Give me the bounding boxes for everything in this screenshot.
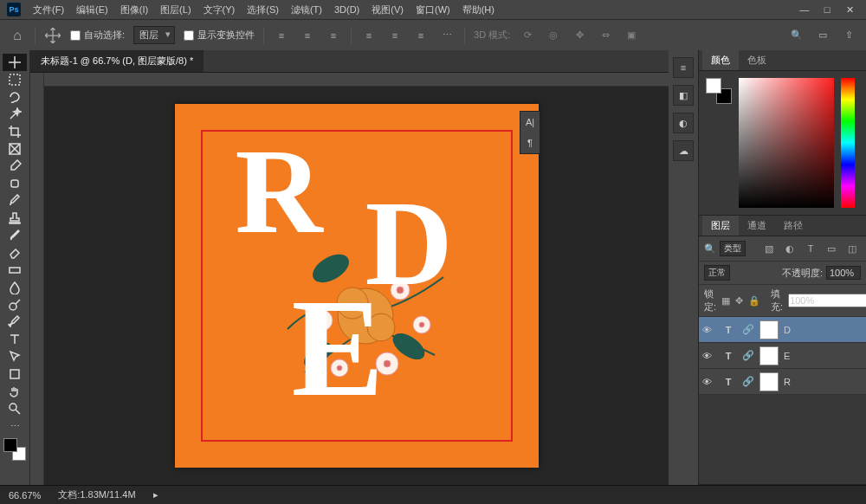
menu-view[interactable]: 视图(V): [366, 2, 409, 18]
layer-mask-thumb[interactable]: [759, 372, 779, 391]
tab-color[interactable]: 颜色: [702, 50, 739, 70]
libraries-icon[interactable]: ☁: [673, 140, 694, 161]
document-tab[interactable]: 未标题-1 @ 66.7% (D, 图层蒙版/8) *: [30, 50, 204, 72]
layer-name[interactable]: E: [784, 351, 790, 361]
filter-type-icon[interactable]: T: [802, 240, 819, 257]
gradient-tool[interactable]: [3, 262, 27, 279]
show-transform-checkbox[interactable]: 显示变换控件: [184, 29, 255, 42]
edit-toolbar[interactable]: ⋯: [3, 417, 27, 435]
layer-name[interactable]: R: [784, 377, 791, 387]
healing-tool[interactable]: [3, 175, 27, 192]
marquee-tool[interactable]: [3, 71, 27, 88]
tab-channels[interactable]: 通道: [739, 216, 775, 236]
tab-swatches[interactable]: 色板: [739, 50, 775, 70]
menu-file[interactable]: 文件(F): [28, 2, 69, 18]
foreground-background-swatches[interactable]: [3, 438, 26, 464]
layer-row[interactable]: 👁 T 🔗 D: [699, 317, 866, 343]
menu-select[interactable]: 选择(S): [242, 2, 284, 18]
align-bottom-icon[interactable]: ≡: [412, 27, 430, 44]
eyedropper-tool[interactable]: [3, 158, 27, 175]
align-left-icon[interactable]: ≡: [273, 27, 290, 44]
visibility-icon[interactable]: 👁: [702, 325, 714, 335]
color-swatches[interactable]: [706, 78, 732, 104]
lock-all-icon[interactable]: 🔒: [748, 292, 760, 309]
pen-tool[interactable]: [3, 313, 27, 331]
adjustments-icon[interactable]: ◐: [673, 113, 694, 133]
link-icon: 🔗: [742, 376, 754, 387]
fill-input[interactable]: [788, 294, 866, 307]
layer-name[interactable]: D: [784, 325, 791, 335]
align-top-icon[interactable]: ≡: [360, 27, 378, 44]
menu-type[interactable]: 文字(Y): [198, 2, 241, 18]
layer-filter-type[interactable]: 类型: [720, 241, 746, 256]
status-bar: 66.67% 文档:1.83M/11.4M ▸: [0, 485, 866, 504]
align-center-v-icon[interactable]: ≡: [386, 27, 404, 44]
menu-image[interactable]: 图像(I): [115, 2, 153, 18]
lock-pixels-icon[interactable]: ▦: [721, 292, 730, 309]
glyphs-mini-panel[interactable]: A| ¶: [520, 111, 540, 154]
history-icon[interactable]: ≡: [673, 57, 694, 78]
svg-point-4: [10, 303, 16, 310]
options-bar: ⌂ 自动选择: 图层 显示变换控件 ≡ ≡ ≡ ≡ ≡ ≡ ⋯ 3D 模式: ⟳…: [0, 19, 866, 50]
filter-shape-icon[interactable]: ▭: [823, 240, 840, 257]
color-field[interactable]: [739, 78, 834, 208]
visibility-icon[interactable]: 👁: [702, 351, 714, 361]
home-icon[interactable]: ⌂: [9, 27, 26, 44]
show-transform-label: 显示变换控件: [197, 29, 255, 42]
stamp-tool[interactable]: [3, 210, 27, 227]
maximize-button[interactable]: □: [821, 3, 833, 16]
visibility-icon[interactable]: 👁: [702, 377, 714, 387]
close-button[interactable]: ✕: [843, 3, 856, 16]
brush-tool[interactable]: [3, 192, 27, 210]
auto-select-target-dropdown[interactable]: 图层: [133, 26, 175, 44]
frame-tool[interactable]: [3, 140, 27, 158]
hand-tool[interactable]: [3, 383, 27, 400]
hue-slider[interactable]: [841, 78, 855, 208]
minimize-button[interactable]: —: [798, 3, 811, 16]
zoom-tool[interactable]: [3, 400, 27, 417]
filter-smart-icon[interactable]: ◫: [843, 240, 861, 257]
opacity-input[interactable]: [826, 266, 861, 280]
eraser-tool[interactable]: [3, 244, 27, 262]
path-select-tool[interactable]: [3, 348, 27, 365]
document-size[interactable]: 文档:1.83M/11.4M: [58, 488, 135, 501]
blend-mode-dropdown[interactable]: 正常: [704, 265, 730, 281]
lock-position-icon[interactable]: ✥: [735, 292, 743, 309]
menu-filter[interactable]: 滤镜(T): [286, 2, 327, 18]
filter-adjust-icon[interactable]: ◐: [781, 240, 798, 257]
history-brush-tool[interactable]: [3, 227, 27, 244]
align-right-icon[interactable]: ≡: [325, 27, 342, 44]
layer-row[interactable]: 👁 T 🔗 R: [699, 369, 866, 395]
menu-edit[interactable]: 编辑(E): [71, 2, 113, 18]
zoom-level[interactable]: 66.67%: [9, 490, 41, 501]
layer-mask-thumb[interactable]: [759, 346, 779, 365]
document-canvas[interactable]: R D E: [175, 104, 539, 468]
shape-tool[interactable]: [3, 365, 27, 383]
share-icon[interactable]: ⇧: [840, 27, 857, 44]
search-icon[interactable]: 🔍: [788, 27, 805, 44]
auto-select-checkbox[interactable]: 自动选择:: [70, 29, 125, 42]
properties-icon[interactable]: ◧: [673, 85, 694, 106]
type-tool[interactable]: [3, 331, 27, 348]
lasso-tool[interactable]: [3, 88, 27, 106]
3d-pan-icon: ✥: [571, 27, 588, 44]
workspace-icon[interactable]: ▭: [814, 27, 831, 44]
canvas-viewport[interactable]: R D E A| ¶: [44, 87, 669, 485]
layer-row[interactable]: 👁 T 🔗 E: [699, 343, 866, 369]
filter-image-icon[interactable]: ▧: [760, 240, 778, 257]
menu-window[interactable]: 窗口(W): [410, 2, 456, 18]
more-align-icon[interactable]: ⋯: [438, 27, 456, 44]
tab-paths[interactable]: 路径: [775, 216, 811, 236]
dodge-tool[interactable]: [3, 296, 27, 313]
layers-panel: 图层 通道 路径 🔍 类型 ▧ ◐ T ▭ ◫ 正常 不透明: [699, 216, 866, 485]
crop-tool[interactable]: [3, 123, 27, 140]
blur-tool[interactable]: [3, 279, 27, 296]
align-center-h-icon[interactable]: ≡: [299, 27, 316, 44]
tab-layers[interactable]: 图层: [702, 216, 739, 236]
magic-wand-tool[interactable]: [3, 106, 27, 123]
menu-layer[interactable]: 图层(L): [155, 2, 196, 18]
layer-mask-thumb[interactable]: [759, 320, 779, 339]
move-tool[interactable]: [3, 54, 27, 71]
menu-help[interactable]: 帮助(H): [457, 2, 500, 18]
menu-3d[interactable]: 3D(D): [329, 3, 365, 16]
